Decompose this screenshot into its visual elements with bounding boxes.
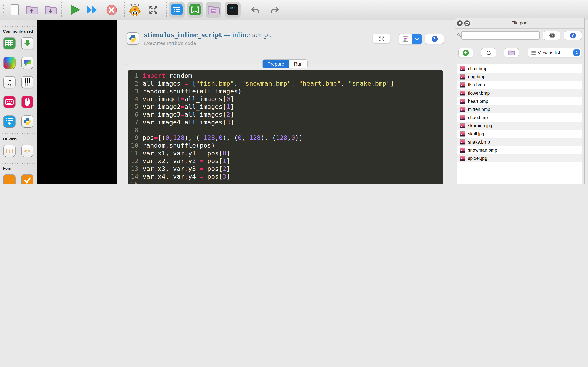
code-line: 6var.image3=all_images[2]: [128, 111, 443, 119]
section-label: Commonly used: [3, 29, 37, 33]
editor-help-button[interactable]: ?: [425, 34, 444, 44]
undo-button[interactable]: [250, 4, 261, 16]
image-thumbnail-icon: [460, 107, 465, 112]
file-name: skorpion.jpg: [468, 123, 492, 128]
inline-javascript-item-icon[interactable]: {:}: [4, 145, 15, 157]
svg-text:In:: In:: [229, 6, 235, 10]
file-pool-help-button[interactable]: ?: [564, 31, 582, 40]
inline-script-item-icon[interactable]: [22, 116, 33, 127]
file-pool-item[interactable]: chair.bmp: [457, 64, 582, 73]
add-file-button[interactable]: +: [458, 48, 473, 57]
synth-item-icon[interactable]: [22, 77, 33, 88]
overview-list-icon: [171, 4, 182, 16]
toolbar-separator: [166, 2, 167, 17]
folder-icon: [508, 50, 515, 55]
sequence-item-icon[interactable]: [22, 38, 33, 49]
inline-html-item-icon[interactable]: <>: [22, 145, 33, 157]
mouse-response-item-icon[interactable]: [22, 96, 33, 108]
loop-item-icon[interactable]: [4, 38, 15, 49]
open-pool-folder-button[interactable]: [504, 48, 519, 57]
logger-item-icon[interactable]: [4, 116, 15, 127]
toggle-console-button[interactable]: In:_: [225, 2, 241, 17]
code-line: 11var.x1, var.y1 = pos[0]: [128, 150, 443, 157]
file-pool-item[interactable]: shoe.bmp: [457, 113, 582, 122]
section-divider: [2, 163, 35, 164]
image-thumbnail-icon: [460, 115, 465, 120]
view-mode-select[interactable]: View as list: [528, 48, 581, 57]
opensesame-robot-button[interactable]: [129, 4, 140, 16]
console-prompt-icon: In:_: [227, 4, 238, 16]
folder-save-down-icon: [44, 4, 57, 15]
toggle-variable-inspector-button[interactable]: [187, 2, 203, 17]
help-icon: ?: [432, 36, 438, 42]
image-folder-icon: [208, 4, 220, 15]
overview-area[interactable]: [37, 20, 117, 184]
prepare-run-tabs: PrepareRun: [263, 59, 307, 68]
tab-run[interactable]: Run: [289, 59, 307, 68]
view-selector-split-button[interactable]: [399, 34, 422, 44]
image-thumbnail-icon: [460, 82, 465, 87]
folder-open-up-icon: [26, 4, 38, 15]
chevron-down-icon[interactable]: [412, 34, 422, 44]
clear-search-button[interactable]: [543, 31, 560, 40]
file-pool-item[interactable]: snake.bmp: [457, 138, 582, 146]
maximize-editor-button[interactable]: [373, 34, 390, 43]
file-name: mitten.bmp: [468, 107, 490, 112]
select-stepper-icon[interactable]: [573, 49, 580, 56]
sketchpad-item-icon[interactable]: [4, 57, 15, 68]
sidebar-section: OSWeb{:}<>: [0, 133, 37, 157]
file-name: fish.bmp: [468, 82, 485, 87]
code-editor[interactable]: 1import random2all_images = ["fish.bmp",…: [128, 70, 443, 184]
file-pool-list: chair.bmpdog.bmpfish.bmpflower.bmpheart.…: [457, 64, 582, 184]
save-experiment-button[interactable]: [45, 4, 56, 16]
image-thumbnail-icon: [460, 147, 465, 153]
sidebar-section: FormAbI: [0, 163, 37, 184]
file-pool-item[interactable]: fish.bmp: [457, 81, 582, 89]
item-toolbar: Commonly used♫OSWeb{:}<>FormAbIFlow cont…: [0, 20, 37, 184]
opensesame-window: In:_ Commonly used♫OSWeb{:}<>FormAbIFlow…: [0, 0, 588, 184]
file-pool-search-input[interactable]: [461, 31, 540, 40]
code-line: 13var.x3, var.y3 = pos[2]: [128, 165, 443, 173]
code-line: 9pos=[(0,128), (-128,0), (0,-128), (128,…: [128, 134, 443, 142]
form-base-item-icon[interactable]: [4, 175, 15, 184]
file-pool-item[interactable]: heart.bmp: [457, 97, 582, 105]
new-experiment-button[interactable]: [9, 4, 20, 16]
toggle-overview-button[interactable]: [169, 2, 185, 17]
undo-arrow-icon: [250, 5, 260, 15]
form-consent-item-icon[interactable]: [22, 175, 33, 184]
file-name: shoe.bmp: [468, 115, 488, 120]
redo-button[interactable]: [269, 4, 280, 16]
file-pool-item[interactable]: skorpion.jpg: [457, 122, 582, 130]
file-pool-item[interactable]: mitten.bmp: [457, 105, 582, 113]
file-pool-item[interactable]: dog.bmp: [457, 73, 582, 81]
file-pool-item[interactable]: spider.jpg: [457, 154, 582, 162]
search-icon: [457, 33, 461, 37]
keyboard-response-item-icon[interactable]: [4, 96, 15, 108]
sampler-item-icon[interactable]: ♫: [4, 77, 15, 88]
toggle-file-pool-button[interactable]: [206, 2, 221, 17]
kill-experiment-button[interactable]: [106, 4, 117, 16]
file-pool-item[interactable]: skull.jpg: [457, 130, 582, 138]
python-icon: [127, 33, 139, 44]
file-name: snake.bmp: [468, 140, 490, 144]
backspace-icon: [548, 33, 555, 38]
robot-icon: [129, 3, 141, 16]
code-line: 7var.image4=all_images[3]: [128, 119, 443, 126]
run-fullscreen-button[interactable]: [69, 4, 81, 16]
open-experiment-button[interactable]: [26, 4, 38, 16]
code-line: 12var.x2, var.y2 = pos[1]: [128, 157, 443, 165]
toolbar-drag-handle[interactable]: [3, 3, 4, 16]
expand-arrows-icon: [378, 36, 384, 42]
image-thumbnail-icon: [460, 66, 465, 71]
fullscreen-button[interactable]: [147, 4, 159, 16]
run-quick-button[interactable]: [86, 4, 98, 16]
file-pool-item[interactable]: snowman.bmp: [457, 146, 582, 154]
tab-prepare[interactable]: Prepare: [263, 59, 289, 68]
file-pool-item[interactable]: flower.bmp: [457, 89, 582, 97]
item-title[interactable]: stimulus_inline_script — inline script: [144, 31, 270, 39]
file-name: snowman.bmp: [468, 148, 497, 152]
image-thumbnail-icon: [460, 74, 465, 79]
refresh-file-pool-button[interactable]: [481, 48, 496, 57]
feedback-item-icon[interactable]: [22, 57, 33, 68]
image-thumbnail-icon: [460, 90, 465, 96]
